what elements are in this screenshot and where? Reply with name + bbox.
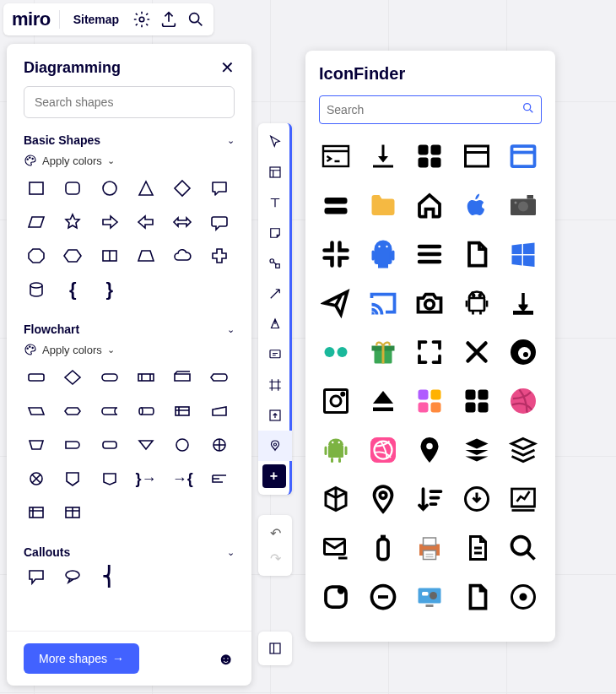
shape-or[interactable] — [24, 466, 49, 491]
upload-icon[interactable] — [506, 286, 540, 320]
shape-database[interactable] — [60, 500, 85, 525]
shapes-tool[interactable] — [258, 248, 292, 279]
android-icon[interactable] — [366, 237, 400, 271]
shape-internal-storage[interactable] — [170, 399, 195, 424]
shape-display[interactable] — [207, 365, 232, 390]
shape-manual-input[interactable] — [207, 399, 232, 424]
android-outline-icon[interactable] — [460, 286, 494, 320]
shape-trapezoid[interactable] — [133, 243, 159, 268]
shape-summing[interactable] — [207, 432, 232, 458]
location-icon[interactable] — [366, 482, 400, 516]
shape-direct-data[interactable] — [133, 399, 159, 424]
eject-icon[interactable] — [366, 384, 400, 418]
shape-rounded-speech[interactable] — [207, 209, 232, 235]
frame-tool[interactable] — [258, 370, 292, 400]
shape-sort[interactable]: →{ — [170, 466, 195, 491]
section-callouts[interactable]: Callouts ⌄ — [24, 540, 235, 564]
equals-icon[interactable] — [319, 188, 353, 222]
shape-display2[interactable] — [97, 466, 122, 491]
shape-split-rect[interactable] — [97, 243, 122, 268]
close-icon[interactable]: ✕ — [220, 57, 235, 78]
grid-icon[interactable] — [413, 139, 446, 173]
shape-process[interactable] — [24, 365, 49, 390]
shape-internal-storage2[interactable] — [24, 500, 49, 525]
shape-card[interactable] — [170, 365, 195, 390]
shape-rounded-rectangle[interactable] — [60, 176, 85, 201]
settings-icon[interactable] — [132, 10, 151, 29]
apply-colors-flowchart[interactable]: Apply colors ⌄ — [24, 341, 235, 365]
menu-icon[interactable] — [413, 237, 446, 271]
four-color-icon[interactable] — [413, 384, 446, 418]
shape-octagon[interactable] — [24, 243, 49, 268]
iconfinder-search-input[interactable] — [319, 95, 542, 124]
shape-search-input[interactable] — [24, 86, 235, 118]
android-green-icon[interactable] — [319, 433, 353, 467]
search2-icon[interactable] — [506, 531, 540, 565]
select-tool[interactable] — [258, 127, 292, 157]
shape-loop-limit[interactable] — [207, 466, 232, 491]
folder-icon[interactable] — [366, 188, 400, 222]
search-icon[interactable] — [186, 10, 205, 29]
instagram-icon[interactable] — [319, 384, 353, 418]
camera2-icon[interactable] — [413, 286, 446, 320]
disc-icon[interactable] — [506, 580, 540, 614]
shape-delay[interactable] — [60, 432, 85, 458]
camera-icon[interactable] — [506, 188, 540, 222]
cast-icon[interactable] — [366, 286, 400, 320]
shape-brace-left[interactable]: { — [60, 277, 85, 302]
download-circle-icon[interactable] — [460, 482, 494, 516]
shuffle-icon[interactable] — [460, 335, 494, 369]
shape-rectangle[interactable] — [24, 176, 49, 201]
sort-desc-icon[interactable] — [413, 482, 446, 516]
fullscreen-icon[interactable] — [413, 335, 446, 369]
shape-star[interactable] — [60, 209, 85, 235]
shape-manual-operation[interactable] — [24, 432, 49, 458]
window-icon[interactable] — [460, 139, 494, 173]
dribbble-icon[interactable] — [506, 384, 540, 418]
undo-button[interactable]: ↶ — [258, 520, 292, 545]
home-icon[interactable] — [413, 188, 446, 222]
shape-brace-right[interactable]: } — [97, 277, 122, 302]
collapse-icon[interactable] — [319, 237, 353, 271]
shape-alt-process[interactable] — [97, 432, 122, 458]
battery-icon[interactable] — [366, 531, 400, 565]
apply-colors-basic[interactable]: Apply colors ⌄ — [24, 152, 235, 176]
shape-hexagon[interactable] — [60, 243, 85, 268]
chart-icon[interactable] — [506, 482, 540, 516]
shape-merge[interactable] — [133, 432, 159, 458]
mail-minus-icon[interactable] — [319, 531, 353, 565]
more-shapes-button[interactable]: More shapes → — [24, 643, 139, 674]
apps-tool[interactable] — [258, 431, 292, 461]
section-basic-shapes[interactable]: Basic Shapes ⌄ — [24, 128, 235, 152]
shape-stored-data[interactable] — [97, 399, 122, 424]
terminal-icon[interactable] — [319, 139, 353, 173]
shape-cross[interactable] — [207, 243, 232, 268]
tab-icon[interactable] — [506, 139, 540, 173]
windows-icon[interactable] — [506, 237, 540, 271]
document-icon[interactable] — [460, 531, 494, 565]
gift-icon[interactable] — [366, 335, 400, 369]
shape-left-arrow[interactable] — [133, 209, 159, 235]
shape-cloud[interactable] — [170, 243, 195, 268]
more-tools-button[interactable]: + — [262, 464, 286, 488]
four-dark-icon[interactable] — [460, 384, 494, 418]
shape-preparation[interactable] — [60, 399, 85, 424]
shape-callout-round[interactable] — [60, 564, 85, 589]
shape-right-arrow[interactable] — [97, 209, 122, 235]
templates-tool[interactable] — [258, 157, 292, 187]
shape-decision[interactable] — [60, 365, 85, 390]
rounded-sq-icon[interactable] — [319, 580, 353, 614]
comment-tool[interactable] — [258, 339, 292, 370]
ubisoft-icon[interactable] — [506, 335, 540, 369]
cube-icon[interactable] — [319, 482, 353, 516]
shape-terminator[interactable] — [97, 365, 122, 390]
download-icon[interactable] — [366, 139, 400, 173]
board-name[interactable]: Sitemap — [68, 9, 124, 30]
layers-icon[interactable] — [460, 433, 494, 467]
feedback-icon[interactable]: ☻ — [217, 649, 235, 669]
pin-icon[interactable] — [413, 433, 446, 467]
shape-circle[interactable] — [97, 176, 122, 201]
text-tool[interactable] — [258, 187, 292, 218]
layers-outline-icon[interactable] — [506, 433, 540, 467]
export-icon[interactable] — [159, 10, 178, 29]
